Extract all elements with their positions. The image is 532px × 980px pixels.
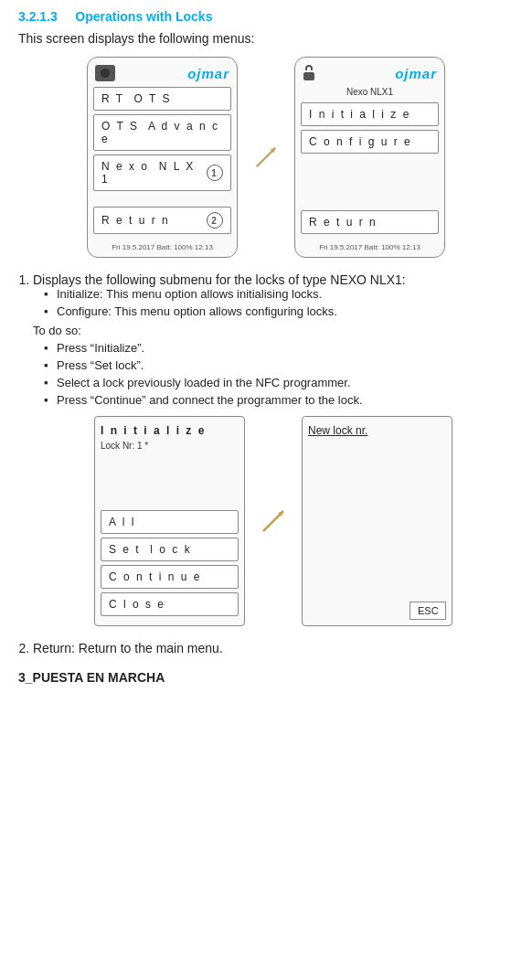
device-screen-1: ojmar R T O T S O T S A d v a n c e N e … bbox=[87, 57, 238, 258]
device-footer-1: Fri 19.5.2017 Batt: 100% 12:13 bbox=[93, 238, 231, 251]
set-lock-label: S e t l o c k bbox=[109, 543, 192, 556]
list-item-2-text: Return: Return to the main menu. bbox=[33, 641, 223, 655]
circle-1: 1 bbox=[207, 165, 223, 181]
device-header-2: ojmar bbox=[301, 65, 439, 81]
ojmar-logo-2: ojmar bbox=[395, 66, 437, 81]
initialize-label: I n i t i a l i z e bbox=[309, 108, 410, 121]
continue-label: C o n t i n u e bbox=[109, 570, 201, 583]
camera-icon bbox=[95, 65, 115, 81]
screen3-title: I n i t i a l i z e bbox=[101, 424, 239, 437]
circle-2: 2 bbox=[207, 212, 223, 229]
return-2-label: R e t u r n bbox=[309, 216, 378, 229]
bullet-initialize: Initialize: This menu option allows init… bbox=[44, 287, 514, 301]
close-label: C l o s e bbox=[109, 598, 165, 611]
bottom-screens-row: I n i t i a l i z e Lock Nr: 1 * A l l S… bbox=[33, 416, 514, 626]
ots-advance-label: O T S A d v a n c e bbox=[101, 120, 223, 145]
bottom-section: 3_PUESTA EN MARCHA bbox=[18, 670, 514, 685]
menu-item-rt-ots: R T O T S bbox=[93, 87, 231, 111]
main-list: Displays the following submenu for the l… bbox=[33, 272, 514, 655]
todo-label: To do so: bbox=[33, 324, 514, 337]
esc-button[interactable]: ESC bbox=[410, 602, 446, 620]
nexo-nlx1-label: N e x o N L X 1 bbox=[101, 160, 207, 186]
bullets-1: Initialize: This menu option allows init… bbox=[44, 287, 514, 318]
lock-icon bbox=[303, 65, 315, 81]
menu-item-return-1[interactable]: R e t u r n 2 bbox=[93, 207, 231, 234]
device-header-1: ojmar bbox=[93, 65, 231, 81]
list-item-1-text: Displays the following submenu for the l… bbox=[33, 272, 406, 287]
all-label: A l l bbox=[109, 516, 135, 528]
new-lock-label: New lock nr. bbox=[308, 424, 446, 437]
bullet-select-lock: Select a lock previously loaded in the N… bbox=[44, 376, 514, 389]
device-footer-2: Fri 19.5.2017 Batt: 100% 12:13 bbox=[301, 238, 439, 251]
arrow-1 bbox=[252, 57, 280, 258]
device-screen-4: New lock nr. ESC bbox=[302, 416, 452, 626]
menu-item-configure[interactable]: C o n f i g u r e bbox=[301, 130, 439, 154]
bullet-press-set-lock: Press “Set lock”. bbox=[44, 358, 514, 372]
menu-item-return-2[interactable]: R e t u r n bbox=[301, 210, 439, 234]
rt-ots-label: R T O T S bbox=[101, 92, 171, 105]
menu-item-initialize[interactable]: I n i t i a l i z e bbox=[301, 102, 439, 126]
section-number: 3.2.1.3 bbox=[18, 9, 58, 24]
section-title: Operations with Locks bbox=[75, 9, 212, 24]
list-item-1: Displays the following submenu for the l… bbox=[33, 272, 514, 626]
ojmar-logo-1: ojmar bbox=[187, 66, 229, 81]
list-item-2: Return: Return to the main menu. bbox=[33, 641, 514, 655]
screen3-sub: Lock Nr: 1 * bbox=[101, 441, 239, 451]
bullet-press-initialize: Press “Initialize”. bbox=[44, 341, 514, 355]
device-subtitle-2: Nexo NLX1 bbox=[301, 87, 439, 97]
device-screen-3: I n i t i a l i z e Lock Nr: 1 * A l l S… bbox=[94, 416, 245, 626]
bullets-2: Press “Initialize”. Press “Set lock”. Se… bbox=[44, 341, 514, 407]
menu-item-nexo-nlx1[interactable]: N e x o N L X 1 1 bbox=[93, 154, 231, 191]
device-screen-2: ojmar Nexo NLX1 I n i t i a l i z e C o … bbox=[294, 57, 445, 258]
top-screens-row: ojmar R T O T S O T S A d v a n c e N e … bbox=[18, 57, 514, 258]
intro-text: This screen displays the following menus… bbox=[18, 31, 514, 46]
arrow-2 bbox=[260, 416, 287, 626]
menu-all[interactable]: A l l bbox=[101, 510, 239, 534]
section-heading: 3.2.1.3 Operations with Locks bbox=[18, 9, 514, 24]
menu-continue[interactable]: C o n t i n u e bbox=[101, 565, 239, 589]
bullet-configure: Configure: This menu option allows confi… bbox=[44, 304, 514, 318]
menu-item-ots-advance: O T S A d v a n c e bbox=[93, 114, 231, 151]
menu-close[interactable]: C l o s e bbox=[101, 592, 239, 616]
configure-label: C o n f i g u r e bbox=[309, 135, 412, 148]
return-1-label: R e t u r n bbox=[101, 214, 170, 227]
menu-set-lock[interactable]: S e t l o c k bbox=[101, 538, 239, 561]
bullet-press-continue: Press “Continue” and connect the program… bbox=[44, 393, 514, 407]
